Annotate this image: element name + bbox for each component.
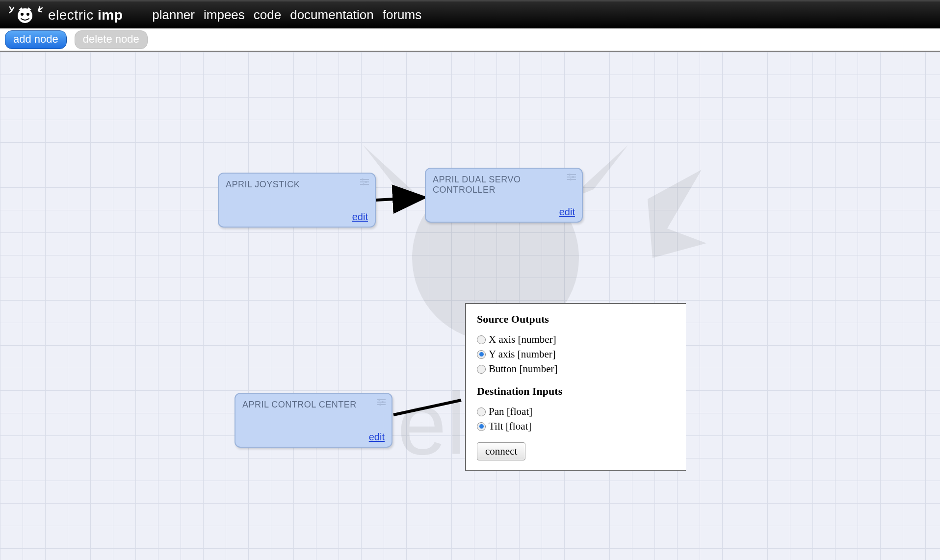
settings-icon[interactable] xyxy=(567,174,576,180)
nav-code[interactable]: code xyxy=(254,7,281,23)
svg-point-13 xyxy=(363,183,365,185)
radio-icon xyxy=(477,422,486,431)
svg-point-11 xyxy=(362,178,364,180)
source-outputs-heading: Source Outputs xyxy=(477,313,675,326)
svg-rect-9 xyxy=(360,181,369,182)
settings-icon[interactable] xyxy=(360,178,369,185)
toolbar: add node delete node xyxy=(0,28,940,51)
node-edit-link[interactable]: edit xyxy=(559,206,575,218)
radio-icon xyxy=(477,407,486,416)
node-april-joystick[interactable]: APRIL JOYSTICK edit xyxy=(218,173,376,228)
svg-point-19 xyxy=(570,178,572,180)
radio-label: Button [number] xyxy=(489,363,558,375)
radio-label: Pan [float] xyxy=(489,406,532,418)
node-edit-link[interactable]: edit xyxy=(369,432,385,443)
source-outputs-group: X axis [number] Y axis [number] Button [… xyxy=(477,333,675,375)
node-april-servo-controller[interactable]: APRIL DUAL SERVO CONTROLLER edit xyxy=(425,168,583,223)
add-node-button[interactable]: add node xyxy=(5,30,67,49)
node-title: APRIL DUAL SERVO CONTROLLER xyxy=(433,175,575,195)
radio-source-x[interactable]: X axis [number] xyxy=(477,333,675,346)
svg-point-18 xyxy=(572,176,574,178)
connection-panel: Source Outputs X axis [number] Y axis [n… xyxy=(465,303,686,471)
svg-point-12 xyxy=(365,181,367,183)
radio-icon xyxy=(477,335,486,344)
imp-logo-icon xyxy=(9,6,43,25)
svg-point-17 xyxy=(569,174,571,176)
main-nav: planner impees code documentation forums xyxy=(152,7,421,23)
svg-point-24 xyxy=(382,401,384,403)
brand-text: electric imp xyxy=(48,7,123,23)
node-title: APRIL CONTROL CENTER xyxy=(242,400,385,410)
node-edit-link[interactable]: edit xyxy=(352,211,368,223)
nav-documentation[interactable]: documentation xyxy=(290,7,374,23)
svg-rect-8 xyxy=(360,179,369,180)
radio-source-y[interactable]: Y axis [number] xyxy=(477,348,675,360)
svg-point-25 xyxy=(379,404,381,406)
radio-icon xyxy=(477,350,486,359)
brand-text-bold: imp xyxy=(98,7,123,23)
radio-label: Tilt [float] xyxy=(489,420,531,433)
svg-point-23 xyxy=(378,399,380,401)
radio-dest-pan[interactable]: Pan [float] xyxy=(477,406,675,418)
radio-dest-tilt[interactable]: Tilt [float] xyxy=(477,420,675,433)
delete-node-button[interactable]: delete node xyxy=(75,30,148,49)
svg-point-0 xyxy=(18,8,32,23)
destination-inputs-heading: Destination Inputs xyxy=(477,385,675,398)
radio-source-button[interactable]: Button [number] xyxy=(477,363,675,375)
brand-text-light: electric xyxy=(48,7,98,23)
brand-logo: electric imp xyxy=(9,6,123,25)
nav-planner[interactable]: planner xyxy=(152,7,195,23)
svg-point-1 xyxy=(21,13,24,16)
radio-label: Y axis [number] xyxy=(489,348,556,360)
planner-canvas[interactable]: electr APRIL JOYSTICK edit APRIL DUAL SE… xyxy=(0,51,940,560)
radio-label: X axis [number] xyxy=(489,333,556,346)
svg-point-2 xyxy=(26,13,29,16)
nav-impees[interactable]: impees xyxy=(204,7,245,23)
svg-rect-20 xyxy=(377,399,386,400)
node-april-control-center[interactable]: APRIL CONTROL CENTER edit xyxy=(235,393,392,448)
svg-rect-21 xyxy=(377,402,386,403)
svg-rect-15 xyxy=(567,177,576,178)
node-title: APRIL JOYSTICK xyxy=(226,179,368,190)
svg-rect-14 xyxy=(567,174,576,175)
radio-icon xyxy=(477,365,486,374)
connect-button[interactable]: connect xyxy=(477,442,525,460)
nav-forums[interactable]: forums xyxy=(383,7,421,23)
settings-icon[interactable] xyxy=(377,399,386,406)
destination-inputs-group: Pan [float] Tilt [float] xyxy=(477,406,675,433)
app-header: electric imp planner impees code documen… xyxy=(0,0,940,28)
